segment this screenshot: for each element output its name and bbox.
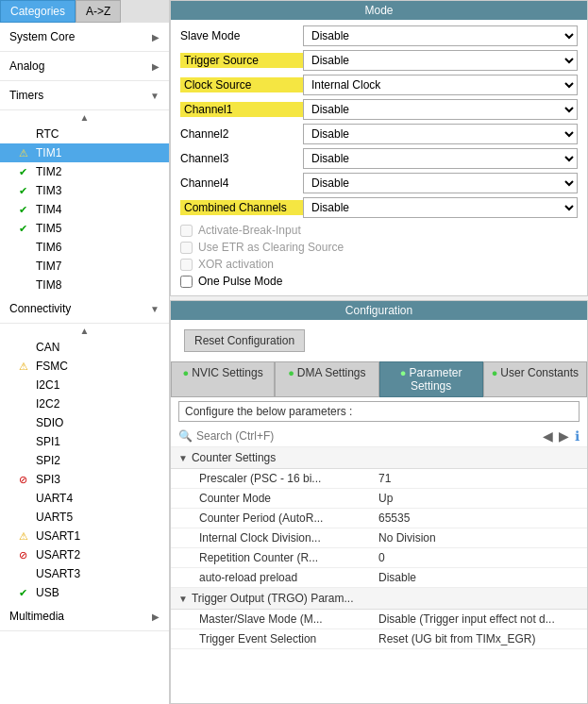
param-row-0-4: Repetition Counter (R...0	[171, 548, 587, 568]
sidebar: Categories A->Z System Core▶Analog▶Timer…	[0, 0, 170, 704]
sidebar-item-label: SPI2	[36, 454, 60, 467]
param-name: Master/Slave Mode (M...	[199, 612, 378, 626]
sidebar-item-label: RTC	[36, 127, 59, 141]
sidebar-section-header-analog[interactable]: Analog▶	[0, 52, 169, 81]
sidebar-item-label: FSMC	[36, 360, 68, 373]
param-name: Prescaler (PSC - 16 bi...	[199, 472, 378, 485]
nav-next-icon[interactable]: ▶	[559, 428, 569, 444]
sidebar-section-header-system-core[interactable]: System Core▶	[0, 23, 169, 52]
mode-checkbox-3[interactable]	[180, 276, 193, 288]
param-row-0-3: Internal Clock Division...No Division	[171, 528, 587, 548]
config-tab-parameter-settings[interactable]: ●Parameter Settings	[379, 361, 483, 397]
tab-az[interactable]: A->Z	[76, 0, 121, 23]
status-icon-tim2: ✔	[19, 166, 32, 178]
search-row: 🔍 ◀ ▶ ℹ	[171, 426, 587, 447]
sidebar-content: System Core▶Analog▶Timers▼▲RTC⚠TIM1✔TIM2…	[0, 23, 169, 704]
sidebar-item-can[interactable]: CAN	[0, 338, 169, 357]
mode-select-7[interactable]: Disable	[303, 197, 578, 218]
status-icon-tim1: ⚠	[19, 147, 32, 159]
sidebar-item-tim7[interactable]: TIM7	[0, 257, 169, 276]
sidebar-item-tim1[interactable]: ⚠TIM1	[0, 143, 169, 162]
mode-checkbox-label-3: One Pulse Mode	[198, 275, 282, 288]
nav-prev-icon[interactable]: ◀	[543, 428, 553, 444]
sidebar-item-tim6[interactable]: TIM6	[0, 238, 169, 257]
sidebar-item-tim5[interactable]: ✔TIM5	[0, 219, 169, 238]
mode-select-4[interactable]: Disable	[303, 124, 578, 144]
param-name: auto-reload preload	[199, 571, 378, 584]
mode-checkbox-row-0: Activate-Break-Input	[180, 222, 578, 239]
mode-label-6: Channel4	[180, 176, 303, 190]
sidebar-item-usb[interactable]: ✔USB	[0, 583, 169, 602]
param-group-header-1[interactable]: ▼Trigger Output (TRGO) Param...	[171, 588, 587, 610]
mode-select-0[interactable]: Disable	[303, 25, 578, 46]
sidebar-item-tim4[interactable]: ✔TIM4	[0, 200, 169, 219]
sidebar-section-label-timers: Timers	[9, 89, 43, 102]
sidebar-item-i2c2[interactable]: I2C2	[0, 394, 169, 413]
param-value: Reset (UG bit from TIMx_EGR)	[378, 632, 535, 645]
sidebar-item-uart4[interactable]: UART4	[0, 489, 169, 508]
sidebar-item-fsmc[interactable]: ⚠FSMC	[0, 357, 169, 376]
sidebar-item-tim8[interactable]: TIM8	[0, 276, 169, 294]
sidebar-item-label: SPI3	[36, 473, 60, 486]
mode-row-1: Trigger SourceDisable	[180, 50, 578, 71]
mode-select-1[interactable]: Disable	[303, 50, 578, 71]
sidebar-item-label: UART4	[36, 492, 73, 505]
mode-label-4: Channel2	[180, 127, 303, 141]
param-name: Counter Mode	[199, 492, 378, 505]
mode-label-7: Combined Channels	[180, 200, 303, 215]
tab-categories[interactable]: Categories	[0, 0, 76, 23]
sidebar-section-multimedia: Multimedia▶	[0, 602, 169, 631]
mode-select-5[interactable]: Disable	[303, 148, 578, 169]
mode-checkbox-1	[180, 242, 193, 254]
config-tab-dma-settings[interactable]: ●DMA Settings	[275, 361, 378, 397]
status-icon-fsmc: ⚠	[19, 360, 32, 373]
sidebar-section-header-connectivity[interactable]: Connectivity▼	[0, 294, 169, 324]
scroll-up-arrow[interactable]: ▲	[0, 110, 169, 125]
sidebar-item-label: TIM3	[36, 184, 61, 197]
sidebar-item-label: USART3	[36, 567, 80, 580]
sidebar-item-usart1[interactable]: ⚠USART1	[0, 527, 169, 545]
sidebar-item-label: TIM1	[36, 146, 61, 159]
sidebar-item-tim3[interactable]: ✔TIM3	[0, 181, 169, 200]
sidebar-item-spi2[interactable]: SPI2	[0, 451, 169, 470]
sidebar-item-label: USART1	[36, 529, 80, 543]
sidebar-item-tim2[interactable]: ✔TIM2	[0, 162, 169, 181]
mode-label-2: Clock Source	[180, 77, 303, 92]
sidebar-item-i2c1[interactable]: I2C1	[0, 376, 169, 394]
tab-check-icon: ●	[492, 367, 498, 378]
sidebar-item-label: I2C2	[36, 397, 59, 411]
reset-config-button[interactable]: Reset Configuration	[184, 329, 305, 352]
config-tab-nvic-settings[interactable]: ●NVIC Settings	[171, 361, 275, 397]
params-list: ▼Counter SettingsPrescaler (PSC - 16 bi.…	[171, 447, 587, 703]
mode-row-0: Slave ModeDisable	[180, 25, 578, 46]
mode-select-2[interactable]: Internal Clock	[303, 75, 578, 95]
sidebar-item-spi3[interactable]: ⊘SPI3	[0, 470, 169, 489]
sidebar-item-uart5[interactable]: UART5	[0, 508, 169, 527]
sidebar-item-rtc[interactable]: RTC	[0, 125, 169, 143]
search-icon: 🔍	[178, 429, 193, 443]
sidebar-item-usart3[interactable]: USART3	[0, 564, 169, 583]
sidebar-item-sdio[interactable]: SDIO	[0, 413, 169, 432]
mode-select-3[interactable]: Disable	[303, 99, 578, 120]
config-tab-user-constants[interactable]: ●User Constants	[483, 361, 587, 397]
tab-check-icon: ●	[400, 367, 407, 378]
sidebar-section-header-multimedia[interactable]: Multimedia▶	[0, 602, 169, 631]
tab-check-icon: ●	[183, 367, 190, 378]
config-tab-label-2: Parameter Settings	[409, 366, 462, 393]
mode-content: Slave ModeDisableTrigger SourceDisableCl…	[171, 20, 587, 295]
info-icon[interactable]: ℹ	[575, 428, 580, 444]
config-section-header: Configuration	[171, 301, 587, 320]
mode-select-6[interactable]: Disable	[303, 173, 578, 193]
sidebar-item-label: SDIO	[36, 416, 63, 429]
status-icon-spi3: ⊘	[19, 474, 32, 486]
sidebar-section-header-timers[interactable]: Timers▼	[0, 81, 169, 110]
sidebar-section-connectivity: Connectivity▼▲CAN⚠FSMCI2C1I2C2SDIOSPI1SP…	[0, 294, 169, 602]
mode-checkbox-0	[180, 225, 193, 237]
status-icon-tim4: ✔	[19, 204, 32, 216]
sidebar-item-usart2[interactable]: ⊘USART2	[0, 545, 169, 564]
sidebar-item-spi1[interactable]: SPI1	[0, 432, 169, 451]
chevron-icon: ▼	[150, 91, 160, 101]
scroll-up-arrow[interactable]: ▲	[0, 324, 169, 338]
param-group-header-0[interactable]: ▼Counter Settings	[171, 447, 587, 469]
search-input[interactable]	[196, 429, 543, 443]
